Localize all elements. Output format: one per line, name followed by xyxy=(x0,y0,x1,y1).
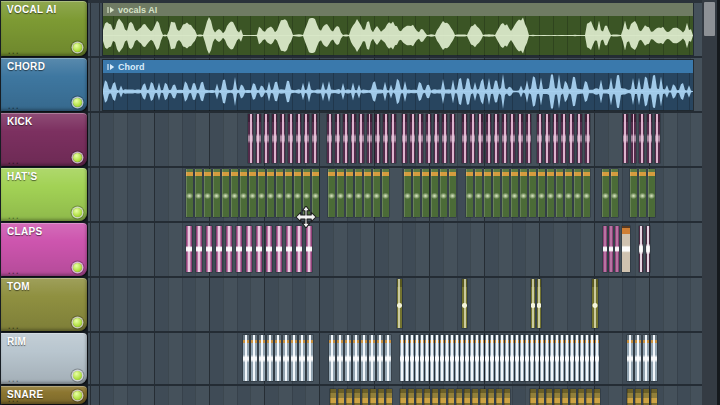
one-shot-clip[interactable] xyxy=(627,389,633,405)
one-shot-clip[interactable] xyxy=(540,335,544,381)
one-shot-clip[interactable] xyxy=(367,114,372,163)
one-shot-clip[interactable] xyxy=(246,226,252,272)
one-shot-clip[interactable] xyxy=(577,114,582,163)
one-shot-clip[interactable] xyxy=(493,169,500,217)
one-shot-clip[interactable] xyxy=(611,169,618,217)
one-shot-clip[interactable] xyxy=(537,279,541,328)
one-shot-clip[interactable] xyxy=(639,226,643,272)
one-shot-clip[interactable] xyxy=(422,169,429,217)
one-shot-clip[interactable] xyxy=(346,169,353,217)
one-shot-clip[interactable] xyxy=(382,169,389,217)
one-shot-clip[interactable] xyxy=(655,114,660,163)
one-shot-clip[interactable] xyxy=(651,389,657,405)
one-shot-clip[interactable] xyxy=(337,169,344,217)
one-shot-clip[interactable] xyxy=(280,114,285,163)
track-mute-led[interactable] xyxy=(73,98,82,107)
one-shot-clip[interactable] xyxy=(335,114,340,163)
one-shot-clip[interactable] xyxy=(585,114,590,163)
one-shot-clip[interactable] xyxy=(386,389,392,405)
one-shot-clip[interactable] xyxy=(592,279,598,328)
one-shot-clip[interactable] xyxy=(530,389,536,405)
one-shot-clip[interactable] xyxy=(511,169,518,217)
one-shot-clip[interactable] xyxy=(226,226,232,272)
vertical-scrollbar[interactable] xyxy=(702,0,717,405)
one-shot-clip[interactable] xyxy=(643,389,649,405)
one-shot-clip[interactable] xyxy=(472,389,478,405)
one-shot-clip[interactable] xyxy=(351,114,356,163)
one-shot-clip[interactable] xyxy=(505,335,509,381)
one-shot-clip[interactable] xyxy=(430,335,434,381)
one-shot-clip[interactable] xyxy=(299,335,305,381)
one-shot-clip[interactable] xyxy=(362,389,368,405)
one-shot-clip[interactable] xyxy=(445,335,449,381)
one-shot-clip[interactable] xyxy=(502,169,509,217)
one-shot-clip[interactable] xyxy=(546,389,552,405)
one-shot-clip[interactable] xyxy=(651,335,657,381)
track-header-vocal-ai[interactable]: VOCAL AI... xyxy=(1,1,87,56)
one-shot-clip[interactable] xyxy=(494,114,499,163)
one-shot-clip[interactable] xyxy=(312,114,317,163)
one-shot-clip[interactable] xyxy=(455,335,459,381)
one-shot-clip[interactable] xyxy=(464,389,470,405)
one-shot-clip[interactable] xyxy=(345,335,351,381)
one-shot-clip[interactable] xyxy=(276,169,283,217)
one-shot-clip[interactable] xyxy=(475,335,479,381)
one-shot-clip[interactable] xyxy=(408,389,414,405)
track-menu-dots[interactable]: ... xyxy=(8,156,20,166)
one-shot-clip[interactable] xyxy=(432,389,438,405)
one-shot-clip[interactable] xyxy=(377,335,383,381)
one-shot-clip[interactable] xyxy=(196,226,202,272)
track-mute-led[interactable] xyxy=(73,318,82,327)
audio-clip-header[interactable]: vocals AI xyxy=(103,3,693,16)
one-shot-clip[interactable] xyxy=(373,169,380,217)
one-shot-clip[interactable] xyxy=(400,389,406,405)
one-shot-clip[interactable] xyxy=(545,335,549,381)
one-shot-clip[interactable] xyxy=(222,169,229,217)
one-shot-clip[interactable] xyxy=(553,114,558,163)
one-shot-clip[interactable] xyxy=(415,335,419,381)
audio-clip-header[interactable]: Chord xyxy=(103,60,693,73)
one-shot-clip[interactable] xyxy=(195,169,202,217)
one-shot-clip[interactable] xyxy=(346,389,352,405)
one-shot-clip[interactable] xyxy=(258,169,265,217)
track-mute-led[interactable] xyxy=(73,208,82,217)
one-shot-clip[interactable] xyxy=(248,114,253,163)
one-shot-clip[interactable] xyxy=(204,169,211,217)
one-shot-clip[interactable] xyxy=(561,114,566,163)
one-shot-clip[interactable] xyxy=(648,169,655,217)
one-shot-clip[interactable] xyxy=(330,389,336,405)
one-shot-clip[interactable] xyxy=(375,114,380,163)
one-shot-clip[interactable] xyxy=(285,169,292,217)
one-shot-clip[interactable] xyxy=(502,114,507,163)
track-menu-dots[interactable]: ... xyxy=(8,211,20,221)
one-shot-clip[interactable] xyxy=(510,335,514,381)
one-shot-clip[interactable] xyxy=(450,114,455,163)
one-shot-clip[interactable] xyxy=(631,114,636,163)
track-header-kick[interactable]: KICK... xyxy=(1,113,87,166)
one-shot-clip[interactable] xyxy=(526,114,531,163)
one-shot-clip[interactable] xyxy=(547,169,554,217)
one-shot-clip[interactable] xyxy=(400,335,404,381)
one-shot-clip[interactable] xyxy=(369,335,375,381)
one-shot-clip[interactable] xyxy=(490,335,494,381)
one-shot-clip[interactable] xyxy=(484,169,491,217)
one-shot-clip[interactable] xyxy=(462,279,467,328)
one-shot-clip[interactable] xyxy=(545,114,550,163)
one-shot-clip[interactable] xyxy=(635,335,641,381)
one-shot-clip[interactable] xyxy=(240,169,247,217)
one-shot-clip[interactable] xyxy=(465,335,469,381)
one-shot-clip[interactable] xyxy=(440,389,446,405)
one-shot-clip[interactable] xyxy=(397,279,402,328)
one-shot-clip[interactable] xyxy=(385,335,391,381)
one-shot-clip[interactable] xyxy=(435,335,439,381)
one-shot-clip[interactable] xyxy=(643,335,649,381)
one-shot-clip[interactable] xyxy=(405,335,409,381)
one-shot-clip[interactable] xyxy=(570,389,576,405)
one-shot-clip[interactable] xyxy=(448,389,454,405)
one-shot-clip[interactable] xyxy=(296,114,301,163)
one-shot-clip[interactable] xyxy=(337,335,343,381)
one-shot-clip[interactable] xyxy=(569,114,574,163)
one-shot-clip[interactable] xyxy=(434,114,439,163)
vertical-scrollbar-thumb[interactable] xyxy=(704,2,715,36)
one-shot-clip[interactable] xyxy=(216,226,222,272)
